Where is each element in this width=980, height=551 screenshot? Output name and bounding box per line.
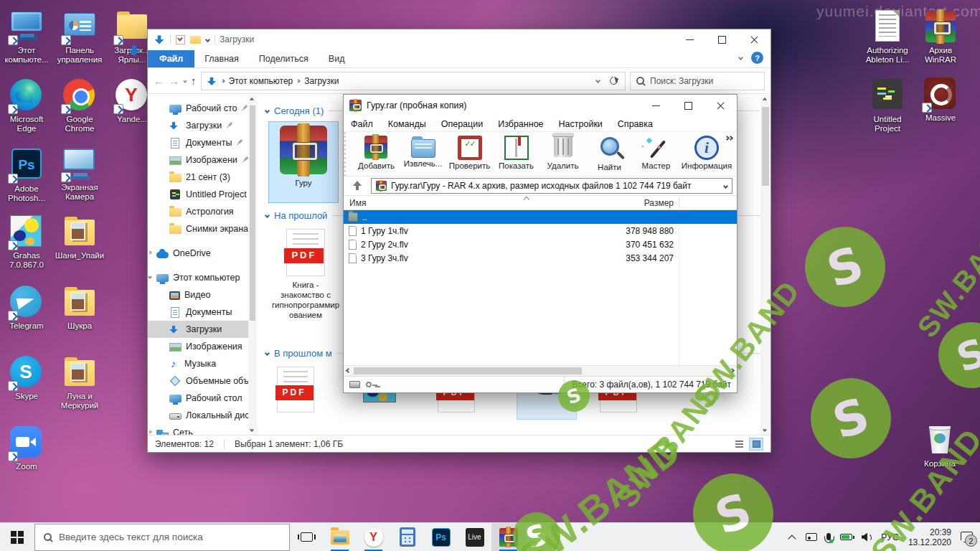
file-row-parent[interactable]: .. xyxy=(344,210,737,224)
tab-home[interactable]: Главная xyxy=(194,50,249,67)
nav-network[interactable]: Сеть xyxy=(148,424,248,435)
menu-help[interactable]: Справка xyxy=(618,119,653,129)
tab-share[interactable]: Поделиться xyxy=(249,50,319,67)
address-bar[interactable]: Этот компьютер Загрузки xyxy=(201,72,626,90)
content-scrollbar[interactable] xyxy=(760,95,771,435)
nav-documents[interactable]: Документы xyxy=(148,134,248,151)
desktop-icon-authorizing-doc[interactable]: Authorizing Ableton Li... xyxy=(862,10,913,65)
qat-customize-icon[interactable] xyxy=(205,37,210,42)
clock[interactable]: 20:39 13.12.2020 xyxy=(908,527,951,547)
battery-icon[interactable] xyxy=(840,534,852,540)
nav-music[interactable]: Музыка xyxy=(148,355,248,372)
file-book-pdf[interactable]: Книга - знакомство с гипнопрограммирован… xyxy=(271,229,340,320)
maximize-button[interactable] xyxy=(672,95,705,116)
desktop-icon-control-panel[interactable]: Панель управления xyxy=(54,10,105,65)
nav-downloads-selected[interactable]: Загрузки xyxy=(148,321,248,338)
nav-desktop[interactable]: Рабочий сто xyxy=(148,100,248,117)
address-dropdown-icon[interactable] xyxy=(595,78,600,83)
forward-button[interactable]: → xyxy=(169,75,179,87)
file-guru-rar[interactable]: Гуру xyxy=(268,121,339,203)
desktop-icon-grahas[interactable]: Grahas 7.0.867.0 xyxy=(1,215,52,270)
desktop-icon-photoshop[interactable]: Adobe Photosh... xyxy=(1,147,52,203)
nav-untitled-project[interactable]: Untitled Project xyxy=(148,186,248,203)
menu-operations[interactable]: Операции xyxy=(441,119,483,129)
nav-video[interactable]: Видео xyxy=(148,286,248,303)
scroll-down-icon[interactable] xyxy=(763,428,767,432)
collapse-icon[interactable] xyxy=(265,213,270,218)
file-row[interactable]: 2 Гуру 2ч.flv370 451 632 xyxy=(344,237,737,251)
explorer-titlebar[interactable]: Загрузки xyxy=(148,29,771,50)
nav-screenshots[interactable]: Снимки экрана xyxy=(148,220,248,237)
breadcrumb-root[interactable]: Этот компьютер xyxy=(229,76,293,86)
desktop-icon-recycle-bin[interactable]: Корзина xyxy=(914,423,966,468)
refresh-icon[interactable] xyxy=(608,75,619,86)
tray-expand-icon[interactable] xyxy=(788,534,796,542)
menu-commands[interactable]: Команды xyxy=(388,119,426,129)
taskbar-ableton-live[interactable] xyxy=(458,523,491,551)
desktop-icon-skype[interactable]: Skype xyxy=(1,356,52,401)
back-button[interactable]: ← xyxy=(154,75,164,87)
horizontal-scrollbar[interactable] xyxy=(344,365,737,376)
taskbar-search[interactable] xyxy=(34,524,290,551)
toolbar-test-button[interactable]: Проверить xyxy=(446,134,493,170)
new-folder-icon[interactable] xyxy=(190,36,201,44)
file-pdf[interactable] xyxy=(277,367,314,413)
taskbar-search-input[interactable] xyxy=(59,532,281,542)
nav-onedrive[interactable]: OneDrive xyxy=(148,245,248,262)
collapse-icon[interactable] xyxy=(265,108,270,113)
toolbar-view-button[interactable]: Показать xyxy=(493,134,540,170)
desktop-icon-zoom[interactable]: Zoom xyxy=(1,426,52,471)
scroll-left-icon[interactable] xyxy=(346,368,351,373)
up-button[interactable]: ↑ xyxy=(191,75,197,87)
search-input[interactable] xyxy=(650,76,758,86)
desktop-icon-screen-camera[interactable]: Экранная Камера xyxy=(54,147,105,202)
file-row[interactable]: 1 Гуру 1ч.flv378 948 880 xyxy=(344,224,737,237)
nav-3d-objects[interactable]: Объемные объе xyxy=(148,372,248,390)
desktop-icon-winrar-archive[interactable]: Архив WinRAR xyxy=(915,10,966,65)
archive-path-combo[interactable]: Гуру.rar\Гуру - RAR 4.x архив, размер ис… xyxy=(371,178,732,194)
minimize-button[interactable] xyxy=(674,29,706,50)
nav-local-disk[interactable]: Локальный дис xyxy=(148,407,248,424)
close-button[interactable] xyxy=(738,29,771,50)
history-dropdown-icon[interactable] xyxy=(183,79,187,83)
desktop-icon-chrome[interactable]: Google Chrome xyxy=(54,79,105,133)
taskbar-calculator[interactable] xyxy=(390,523,424,551)
nav-downloads[interactable]: Загрузки xyxy=(148,117,248,134)
start-button[interactable] xyxy=(0,523,34,551)
properties-icon[interactable] xyxy=(176,35,185,44)
taskbar-photoshop[interactable] xyxy=(424,523,458,551)
volume-icon[interactable] xyxy=(862,533,872,542)
minimize-button[interactable] xyxy=(640,95,672,116)
toolbar-overflow-icon[interactable] xyxy=(725,136,732,140)
toolbar-find-button[interactable]: Найти xyxy=(586,134,633,171)
file-row[interactable]: 3 Гуру 3ч.flv353 344 207 xyxy=(344,251,737,265)
scroll-right-icon[interactable] xyxy=(730,368,735,373)
breadcrumb-separator-icon[interactable] xyxy=(296,79,301,83)
collapse-icon[interactable] xyxy=(265,351,270,356)
breadcrumb-current[interactable]: Загрузки xyxy=(304,76,339,86)
taskbar-winrar[interactable] xyxy=(491,523,525,551)
tab-file[interactable]: Файл xyxy=(148,50,194,67)
nav-pictures2[interactable]: Изображения xyxy=(148,338,248,355)
nav-pictures[interactable]: Изображени xyxy=(148,151,248,169)
taskbar-yandex[interactable] xyxy=(357,523,390,551)
maximize-button[interactable] xyxy=(706,29,738,50)
details-view-button[interactable] xyxy=(732,438,746,451)
desktop-icon-massive[interactable]: Massive xyxy=(915,77,966,123)
toolbar-wizard-button[interactable]: Мастер xyxy=(633,134,679,170)
tab-view[interactable]: Вид xyxy=(319,50,355,67)
help-button[interactable]: ? xyxy=(751,52,763,64)
menu-file[interactable]: Файл xyxy=(351,119,373,129)
desktop-icon-this-pc[interactable]: Этот компьюте... xyxy=(1,10,52,65)
taskbar-explorer[interactable] xyxy=(323,523,357,551)
desktop-icon-edge[interactable]: Microsoft Edge xyxy=(1,79,52,133)
nav-desktop2[interactable]: Рабочий стол xyxy=(148,390,248,407)
up-folder-button[interactable] xyxy=(349,179,365,193)
column-name[interactable]: Имя xyxy=(344,198,366,208)
column-size[interactable]: Размер xyxy=(644,198,674,208)
microphone-icon[interactable] xyxy=(826,533,831,540)
nav-this-pc[interactable]: Этот компьютер xyxy=(148,269,248,286)
desktop-icon-shukra-folder[interactable]: Шукра xyxy=(54,286,105,331)
scroll-down-icon[interactable] xyxy=(250,428,254,432)
combo-dropdown-icon[interactable] xyxy=(723,183,728,188)
